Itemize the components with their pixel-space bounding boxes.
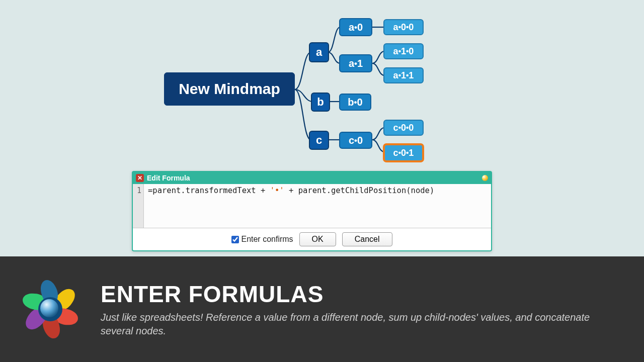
node-label: a•0 (349, 22, 363, 33)
line-gutter: 1 (133, 184, 144, 228)
node-label: a•1 (349, 58, 363, 69)
info-footer: ENTER FORMULAS Just like spreadsheets! R… (0, 256, 644, 362)
string-literal: '•' (270, 186, 284, 195)
node-root[interactable]: New Mindmap (164, 72, 295, 106)
formula-code[interactable]: =parent.transformedText + '•' + parent.g… (144, 184, 438, 228)
footer-heading: ENTER FORMULAS (101, 281, 594, 308)
titlebar-orb-icon (482, 175, 488, 181)
mindmap-canvas: New Mindmap a b c a•0 a•1 b•0 c•0 a•0•0 … (0, 0, 644, 256)
dialog-title: Edit Formula (147, 174, 190, 182)
line-number: 1 (137, 186, 141, 195)
node-a11[interactable]: a•1•1 (383, 67, 424, 83)
enter-confirms-label: Enter confirms (241, 235, 293, 244)
node-label: c (316, 134, 322, 147)
node-label: a•1•1 (393, 70, 414, 81)
node-label: a•1•0 (393, 46, 414, 57)
formula-dialog: ✕ Edit Formula 1 =parent.transformedText… (132, 171, 492, 251)
node-c01[interactable]: c•0•1 (383, 144, 424, 162)
node-label: a•0•0 (393, 22, 414, 33)
cancel-button[interactable]: Cancel (342, 232, 392, 246)
node-label: c•0•1 (393, 148, 414, 158)
footer-body: Just like spreadsheets! Reference a valu… (101, 311, 594, 338)
formula-editor[interactable]: 1 =parent.transformedText + '•' + parent… (133, 184, 491, 228)
footer-text-block: ENTER FORMULAS Just like spreadsheets! R… (101, 281, 594, 338)
svg-point-4 (40, 299, 58, 317)
node-label: c•0 (349, 135, 363, 146)
node-c[interactable]: c (309, 131, 329, 150)
node-a10[interactable]: a•1•0 (383, 43, 424, 59)
close-icon[interactable]: ✕ (136, 174, 144, 182)
ok-button[interactable]: OK (299, 232, 336, 246)
node-c00[interactable]: c•0•0 (383, 120, 424, 136)
dialog-buttonbar: Enter confirms OK Cancel (133, 228, 491, 250)
node-a00[interactable]: a•0•0 (383, 19, 424, 35)
enter-confirms-checkbox[interactable]: Enter confirms (231, 235, 293, 244)
node-b0[interactable]: b•0 (339, 94, 371, 111)
node-label: a (316, 46, 322, 59)
app-logo (15, 274, 86, 344)
node-a0[interactable]: a•0 (339, 18, 372, 36)
node-label: c•0•0 (393, 123, 414, 133)
node-a1[interactable]: a•1 (339, 54, 372, 72)
node-label: b (317, 96, 324, 109)
dialog-titlebar[interactable]: ✕ Edit Formula (133, 172, 491, 184)
enter-confirms-input[interactable] (231, 236, 239, 243)
node-b[interactable]: b (311, 93, 330, 112)
node-label: b•0 (348, 97, 362, 108)
node-c0[interactable]: c•0 (339, 132, 372, 149)
node-label: New Mindmap (179, 80, 280, 98)
node-a[interactable]: a (309, 42, 329, 62)
